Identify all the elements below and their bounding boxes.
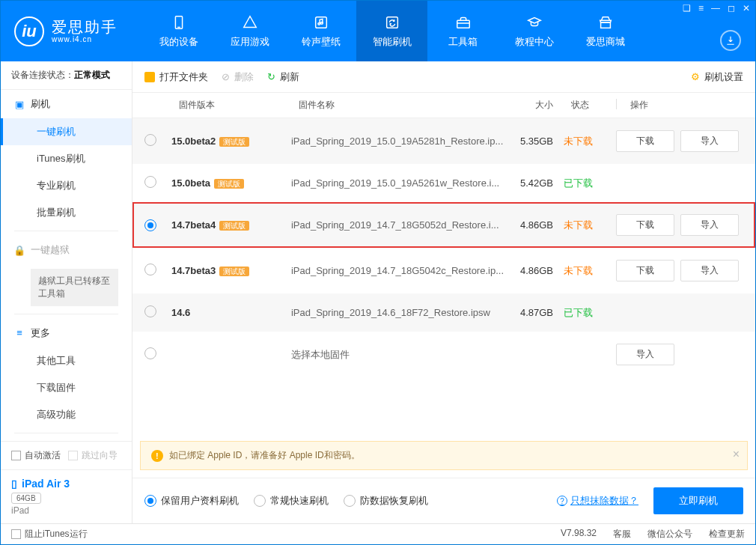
info-icon: ? xyxy=(557,496,567,506)
firmware-name: iPad_Spring_2019_14.6_18F72_Restore.ipsw xyxy=(291,307,504,318)
flash-option[interactable]: 常规快速刷机 xyxy=(254,494,329,508)
app-name: 爱思助手 xyxy=(52,19,118,35)
sidebar-item[interactable]: 下载固件 xyxy=(1,374,132,401)
sidebar-item[interactable]: 其他工具 xyxy=(1,347,132,374)
titlebar: iu 爱思助手 www.i4.cn 我的设备应用游戏铃声壁纸智能刷机工具箱教程中… xyxy=(1,1,755,61)
window-button[interactable]: ❑ xyxy=(683,3,691,13)
version-label: V7.98.32 xyxy=(561,528,597,541)
store-icon xyxy=(597,14,614,31)
import-button[interactable]: 导入 xyxy=(680,260,739,281)
radio-button[interactable] xyxy=(144,264,156,275)
radio-button[interactable] xyxy=(144,219,156,231)
wechat-link[interactable]: 微信公众号 xyxy=(647,528,692,541)
nav-grad[interactable]: 教程中心 xyxy=(499,1,570,61)
erase-data-link[interactable]: ?只想抹除数据？ xyxy=(557,494,638,508)
more-icon: ≡ xyxy=(14,328,25,338)
support-link[interactable]: 客服 xyxy=(613,528,631,541)
close-icon[interactable]: × xyxy=(733,448,740,461)
download-button[interactable]: 下载 xyxy=(616,214,674,236)
block-itunes-checkbox[interactable]: 阻止iTunes运行 xyxy=(11,528,88,541)
radio-button[interactable] xyxy=(144,176,156,188)
auto-activate-checkbox[interactable]: 自动激活 xyxy=(11,449,61,462)
sidebar-group[interactable]: 🔒一键越狱 xyxy=(1,236,132,264)
import-button[interactable]: 导入 xyxy=(616,344,674,365)
status-bar: 阻止iTunes运行 V7.98.32 客服 微信公众号 检查更新 xyxy=(1,523,755,544)
window-controls: ❑≡—◻✕ xyxy=(683,3,750,13)
flash-option[interactable]: 保留用户资料刷机 xyxy=(144,494,239,508)
radio-button[interactable] xyxy=(144,495,156,507)
window-button[interactable]: — xyxy=(711,3,720,13)
download-button[interactable]: 下载 xyxy=(616,130,674,152)
firmware-name: iPad_Spring_2019_15.0_19A5261w_Restore.i… xyxy=(291,177,504,189)
flash-icon: ▣ xyxy=(14,99,25,109)
refresh-icon: ↻ xyxy=(267,71,275,82)
sidebar-group[interactable]: ▣刷机 xyxy=(1,90,132,118)
firmware-name: iPad_Spring_2019_14.7_18G5042c_Restore.i… xyxy=(291,265,504,276)
firmware-name: iPad_Spring_2019_15.0_19A5281h_Restore.i… xyxy=(291,136,504,147)
sidebar-item[interactable]: 批量刷机 xyxy=(1,199,132,226)
gear-icon: ⚙ xyxy=(691,71,700,82)
beta-tag: 测试版 xyxy=(219,137,249,147)
sidebar-item[interactable]: 一键刷机 xyxy=(1,118,132,145)
app-url: www.i4.cn xyxy=(52,35,118,43)
open-folder-button[interactable]: 打开文件夹 xyxy=(144,70,208,84)
import-button[interactable]: 导入 xyxy=(680,130,739,152)
sidebar-item[interactable]: 高级功能 xyxy=(1,401,132,428)
window-button[interactable]: ✕ xyxy=(743,3,750,13)
main-panel: 打开文件夹 ⊘删除 ↻刷新 ⚙刷机设置 固件版本 固件名称 大小 状态 操作 1… xyxy=(132,61,755,523)
apps-icon xyxy=(242,14,258,31)
nav-apps[interactable]: 应用游戏 xyxy=(214,1,285,61)
download-icon[interactable] xyxy=(720,30,741,51)
nav-music[interactable]: 铃声壁纸 xyxy=(285,1,356,61)
svg-point-4 xyxy=(320,22,323,24)
radio-button[interactable] xyxy=(254,495,266,507)
toolbar: 打开文件夹 ⊘删除 ↻刷新 ⚙刷机设置 xyxy=(132,61,755,93)
phone-icon xyxy=(171,14,187,31)
device-info[interactable]: ▯iPad Air 3 64GB iPad xyxy=(1,469,132,523)
sidebar-note: 越狱工具已转移至工具箱 xyxy=(31,269,118,306)
nav-phone[interactable]: 我的设备 xyxy=(143,1,214,61)
connection-status: 设备连接状态：正常模式 xyxy=(1,61,132,90)
nav-toolbox[interactable]: 工具箱 xyxy=(427,1,499,61)
nav-refresh[interactable]: 智能刷机 xyxy=(356,1,427,61)
sidebar-item[interactable]: iTunes刷机 xyxy=(1,145,132,172)
action-bar: 保留用户资料刷机常规快速刷机防数据恢复刷机 ?只想抹除数据？ 立即刷机 xyxy=(132,478,755,523)
settings-button[interactable]: ⚙刷机设置 xyxy=(691,70,743,84)
download-button[interactable]: 下载 xyxy=(616,260,674,281)
auto-activate-row: 自动激活 跳过向导 xyxy=(1,442,132,469)
sidebar-item[interactable]: 专业刷机 xyxy=(1,172,132,199)
svg-rect-6 xyxy=(457,20,469,28)
radio-button[interactable] xyxy=(144,134,156,146)
firmware-name: 选择本地固件 xyxy=(291,348,504,362)
toolbox-icon xyxy=(455,14,472,31)
import-button[interactable]: 导入 xyxy=(680,214,739,236)
radio-button[interactable] xyxy=(144,305,156,317)
window-button[interactable]: ◻ xyxy=(728,3,735,13)
check-update-link[interactable]: 检查更新 xyxy=(709,528,745,541)
table-row[interactable]: 选择本地固件导入 xyxy=(132,332,755,377)
lock-icon: 🔒 xyxy=(14,245,25,255)
delete-button[interactable]: ⊘删除 xyxy=(222,70,254,84)
table-row[interactable]: 14.7beta4测试版iPad_Spring_2019_14.7_18G505… xyxy=(132,202,755,248)
beta-tag: 测试版 xyxy=(219,267,249,276)
firmware-list: 15.0beta2测试版iPad_Spring_2019_15.0_19A528… xyxy=(132,118,755,441)
table-row[interactable]: 15.0beta2测试版iPad_Spring_2019_15.0_19A528… xyxy=(132,118,755,164)
flash-now-button[interactable]: 立即刷机 xyxy=(653,487,743,514)
table-row[interactable]: 15.0beta测试版iPad_Spring_2019_15.0_19A5261… xyxy=(132,164,755,202)
sidebar-group[interactable]: ≡更多 xyxy=(1,319,132,347)
svg-point-3 xyxy=(317,22,320,25)
delete-icon: ⊘ xyxy=(222,71,230,82)
nav-store[interactable]: 爱思商城 xyxy=(570,1,641,61)
radio-button[interactable] xyxy=(344,495,356,507)
skip-guide-checkbox[interactable]: 跳过向导 xyxy=(68,449,118,462)
window-button[interactable]: ≡ xyxy=(698,3,704,13)
table-row[interactable]: 14.6iPad_Spring_2019_14.6_18F72_Restore.… xyxy=(132,293,755,332)
sidebar: 设备连接状态：正常模式 ▣刷机一键刷机iTunes刷机专业刷机批量刷机🔒一键越狱… xyxy=(1,61,132,523)
refresh-button[interactable]: ↻刷新 xyxy=(267,70,299,84)
firmware-name: iPad_Spring_2019_14.7_18G5052d_Restore.i… xyxy=(291,219,504,231)
radio-button[interactable] xyxy=(144,347,156,359)
table-row[interactable]: 14.7beta3测试版iPad_Spring_2019_14.7_18G504… xyxy=(132,248,755,293)
logo-icon: iu xyxy=(14,16,44,46)
top-nav: 我的设备应用游戏铃声壁纸智能刷机工具箱教程中心爱思商城 xyxy=(143,1,755,61)
flash-option[interactable]: 防数据恢复刷机 xyxy=(344,494,428,508)
